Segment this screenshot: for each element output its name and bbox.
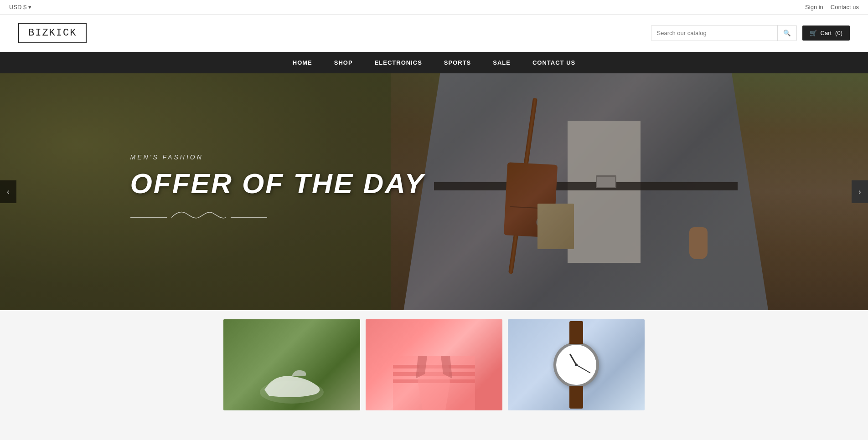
main-nav: HOME SHOP ELECTRONICS SPORTS SALE CONTAC…: [0, 52, 868, 73]
site-logo: BIZKiCK: [28, 27, 77, 39]
carousel-prev-button[interactable]: ‹: [0, 180, 16, 203]
logo-wrapper[interactable]: BIZKiCK: [18, 23, 87, 43]
product-thumb-watch[interactable]: [508, 319, 645, 410]
watch-center: [575, 363, 578, 366]
header-right: 🔍 🛒 Cart (0): [651, 25, 850, 41]
nav-sports[interactable]: SPORTS: [433, 52, 482, 73]
search-icon: 🔍: [783, 30, 791, 36]
site-header: BIZKiCK 🔍 🛒 Cart (0): [0, 15, 868, 52]
watch-minute-hand: [576, 364, 591, 373]
nav-sale[interactable]: SALE: [482, 52, 522, 73]
carousel-content: MEN'S FASHION OFFER OF THE DAY: [130, 153, 425, 230]
currency-label: USD $: [9, 4, 26, 10]
watch-strap-top: [569, 321, 583, 344]
search-input[interactable]: [651, 26, 777, 41]
decorative-divider-svg: [130, 209, 267, 227]
carousel-title: OFFER OF THE DAY: [130, 168, 425, 199]
top-bar-actions: Sign in Contact us: [805, 4, 859, 10]
product-thumb-shoes[interactable]: [223, 319, 360, 410]
search-bar: 🔍: [651, 25, 797, 41]
watch-container: [508, 319, 645, 410]
nav-electronics[interactable]: ELECTRONICS: [364, 52, 433, 73]
contact-us-link-top[interactable]: Contact us: [831, 4, 859, 10]
product-thumb-fashion[interactable]: [366, 319, 502, 410]
carousel-divider: [130, 209, 425, 230]
carousel-subtitle: MEN'S FASHION: [130, 153, 425, 161]
chevron-right-icon: ›: [858, 188, 861, 196]
nav-shop[interactable]: SHOP: [323, 52, 364, 73]
cart-label: Cart: [821, 30, 832, 36]
hero-carousel: MEN'S FASHION OFFER OF THE DAY ‹ ›: [0, 73, 868, 310]
chevron-down-icon: ▾: [28, 4, 31, 10]
watch-face: [553, 342, 599, 388]
currency-selector[interactable]: USD $ ▾: [9, 4, 31, 10]
search-button[interactable]: 🔍: [777, 26, 796, 41]
cart-button[interactable]: 🛒 Cart (0): [802, 26, 850, 41]
nav-contact-us[interactable]: CONTACT US: [522, 52, 586, 73]
sign-in-link[interactable]: Sign in: [805, 4, 823, 10]
nav-home[interactable]: HOME: [282, 52, 323, 73]
product-thumbnails: [0, 310, 868, 420]
watch-strap-bottom: [569, 386, 583, 409]
cart-icon: 🛒: [810, 30, 817, 36]
chevron-left-icon: ‹: [7, 188, 9, 196]
top-bar: USD $ ▾ Sign in Contact us: [0, 0, 868, 15]
shoe-svg: [251, 356, 333, 410]
cart-count: (0): [835, 30, 842, 36]
carousel-next-button[interactable]: ›: [852, 180, 868, 203]
fashion-svg: [393, 356, 475, 410]
